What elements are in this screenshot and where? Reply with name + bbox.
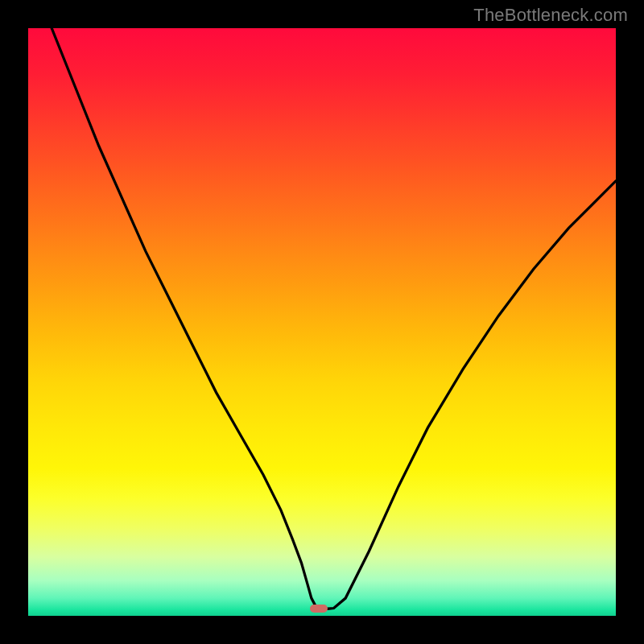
curve-layer bbox=[28, 28, 616, 616]
optimal-point-marker bbox=[310, 605, 328, 613]
watermark-text: TheBottleneck.com bbox=[473, 5, 628, 26]
plot-area bbox=[28, 28, 616, 616]
chart-frame: TheBottleneck.com bbox=[0, 0, 644, 644]
bottleneck-curve bbox=[52, 28, 616, 609]
